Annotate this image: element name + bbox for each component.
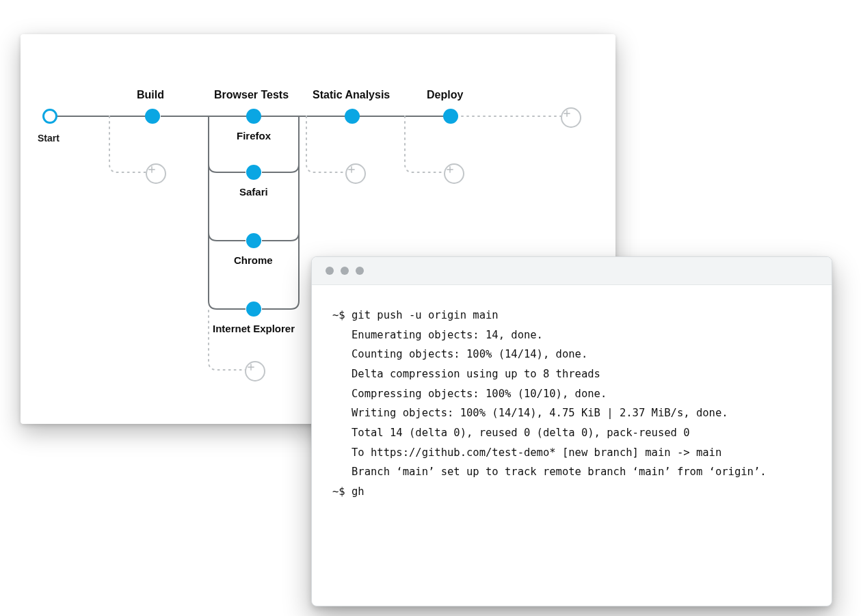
node-ie[interactable] [246,302,261,317]
terminal-output-line: Enumerating objects: 14, done. [352,329,543,341]
node-build[interactable] [145,109,160,124]
node-safari[interactable] [246,165,261,180]
browser-label-safari: Safari [239,186,268,198]
browser-label-firefox: Firefox [237,130,271,142]
terminal-output-line: Branch ‘main’ set up to track remote bra… [352,466,767,478]
node-chrome[interactable] [246,233,261,248]
window-control-dot[interactable] [341,267,349,275]
terminal-prompt: ~$ [332,309,345,321]
window-control-dot[interactable] [326,267,334,275]
browser-label-chrome: Chrome [234,254,273,266]
terminal-output-line: Writing objects: 100% (14/14), 4.75 KiB … [352,407,728,419]
terminal-body[interactable]: ~$ git push -u origin main Enumerating o… [312,285,832,522]
terminal-output-line: Delta compression using up to 8 threads [352,368,600,380]
add-stage-button-1[interactable] [146,163,166,184]
terminal-output-line: To https://github.com/test-demo* [new br… [352,446,721,459]
add-stage-button-3[interactable] [444,163,464,184]
start-label: Start [38,133,59,144]
terminal-command: git push -u origin main [352,309,499,321]
plus-icon [147,165,157,174]
window-control-dot[interactable] [356,267,364,275]
node-static-analysis[interactable] [345,109,360,124]
terminal-command: gh [352,485,365,498]
add-stage-button-2[interactable] [345,163,366,184]
terminal-output-line: Total 14 (delta 0), reused 0 (delta 0), … [352,427,690,439]
terminal-output-line: Compressing objects: 100% (10/10), done. [352,388,607,400]
node-browser-tests[interactable] [246,109,261,124]
terminal-titlebar [312,257,832,285]
stage-label-deploy: Deploy [427,89,463,101]
terminal-output-line: Counting objects: 100% (14/14), done. [352,348,587,360]
stage-label-browser-tests: Browser Tests [214,89,289,101]
add-browser-button[interactable] [245,361,265,381]
start-node[interactable] [42,109,57,124]
stage-label-static-analysis: Static Analysis [313,89,390,101]
plus-icon [445,165,455,174]
browser-label-ie: Internet Explorer [213,323,295,334]
add-stage-button-end[interactable] [561,107,581,128]
terminal-window: ~$ git push -u origin main Enumerating o… [311,256,832,606]
plus-icon [562,109,572,118]
plus-icon [246,362,256,372]
stage-label-build: Build [137,89,164,101]
terminal-prompt: ~$ [332,485,345,498]
plus-icon [347,165,356,174]
node-deploy[interactable] [443,109,458,124]
